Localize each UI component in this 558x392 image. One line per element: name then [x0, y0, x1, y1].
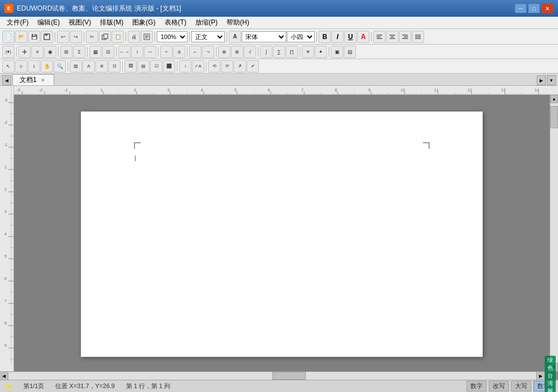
- svg-text:9: 9: [368, 88, 371, 92]
- redo-button[interactable]: ↪: [70, 31, 82, 43]
- tb2-btn23[interactable]: ✦: [315, 46, 327, 58]
- tb2-btn20[interactable]: ∑: [273, 46, 285, 58]
- tb3-btn9[interactable]: ⟳: [221, 60, 233, 72]
- menu-help[interactable]: 帮助(H): [222, 17, 254, 28]
- tb2-btn1[interactable]: (●): [2, 46, 15, 58]
- copy-button[interactable]: [99, 31, 111, 43]
- underline-button[interactable]: U: [344, 31, 357, 43]
- maximize-button[interactable]: □: [528, 3, 540, 13]
- font-family-select[interactable]: 宋体: [242, 31, 286, 42]
- tb2-btn11[interactable]: ↔: [144, 46, 156, 58]
- tb2-btn17[interactable]: ⊗: [231, 46, 243, 58]
- tab-nav-left[interactable]: ◀: [2, 75, 11, 85]
- mode-number[interactable]: 数字: [466, 381, 487, 391]
- align-left-button[interactable]: [373, 31, 386, 43]
- page-nav-right-button[interactable]: ▶: [536, 372, 545, 380]
- undo-button[interactable]: ↩: [57, 31, 69, 43]
- align-center-button[interactable]: [386, 31, 398, 43]
- tb2-btn7[interactable]: ▦: [89, 46, 102, 58]
- svg-text:-3: -3: [17, 88, 20, 92]
- text-cursor[interactable]: |: [134, 155, 136, 161]
- tb3-text[interactable]: I: [28, 60, 40, 72]
- tb3-findreplace[interactable]: ↕: [179, 60, 191, 72]
- scroll-thumb[interactable]: [550, 106, 558, 128]
- align-justify-button[interactable]: [412, 31, 424, 43]
- save-all-button[interactable]: [41, 31, 53, 43]
- style-select[interactable]: 正文: [191, 31, 225, 42]
- tb2-btn8[interactable]: ⊟: [102, 46, 114, 58]
- tb3-btn3[interactable]: ※: [95, 60, 108, 72]
- menu-table[interactable]: 表格(T): [160, 17, 191, 28]
- tb2-btn24[interactable]: ▣: [331, 46, 343, 58]
- document-tab[interactable]: 文档1 ✕: [12, 74, 54, 85]
- tb3-btn11[interactable]: ✔: [247, 60, 259, 72]
- tab-expand-button[interactable]: ▶: [537, 75, 546, 85]
- tb2-btn2[interactable]: [18, 46, 31, 58]
- mode-caps[interactable]: 大写: [511, 381, 531, 391]
- paste-button[interactable]: 📋: [112, 31, 124, 43]
- title-bar: E EDUWORD试卷、教案、论文编排系统 演示版 - [文档1] ─ □ ✕: [0, 0, 558, 17]
- menu-view[interactable]: 视图(V): [64, 17, 95, 28]
- menu-edit[interactable]: 编辑(E): [33, 17, 64, 28]
- font-size-select[interactable]: 小四: [287, 31, 315, 42]
- hscroll-thumb[interactable]: [272, 372, 306, 380]
- zoom-select[interactable]: 100% 75% 50% 150%: [157, 31, 187, 42]
- open-button[interactable]: 📂: [15, 31, 27, 43]
- tb3-cursor[interactable]: ↖: [2, 60, 15, 72]
- tb3-hand[interactable]: ✋: [41, 60, 53, 72]
- scroll-track[interactable]: [550, 103, 558, 363]
- menu-file[interactable]: 文件(F): [2, 17, 33, 28]
- tb3-zoom-in[interactable]: 🔍: [54, 60, 66, 72]
- tb2-btn4[interactable]: ◉: [44, 46, 56, 58]
- save-button[interactable]: 💾: [28, 31, 40, 43]
- tb3-spellcheck[interactable]: ✓A: [192, 60, 204, 72]
- cut-button[interactable]: ✂: [86, 31, 98, 43]
- tb2-btn13[interactable]: α: [173, 46, 185, 58]
- preview-button[interactable]: [141, 31, 153, 43]
- new-button[interactable]: 📄: [2, 31, 15, 43]
- ruler-top-area: -3 -2 -1 1 2 3 4 5: [14, 86, 558, 371]
- menu-layout[interactable]: 排版(M): [95, 17, 128, 28]
- tb3-btn7[interactable]: ⬛: [163, 60, 175, 72]
- font-icon-btn[interactable]: A: [229, 31, 241, 43]
- menu-zoom[interactable]: 放缩(P): [191, 17, 222, 28]
- tb2-btn6[interactable]: Σ: [73, 46, 85, 58]
- svg-text:2: 2: [134, 88, 136, 92]
- close-button[interactable]: ✕: [541, 3, 554, 13]
- tab-close-button[interactable]: ✕: [39, 76, 47, 84]
- tb2-btn16[interactable]: ⊕: [218, 46, 230, 58]
- color-button[interactable]: A: [357, 31, 369, 43]
- tb3-btn10[interactable]: ✗: [234, 60, 246, 72]
- tb2-btn19[interactable]: ∫: [260, 46, 272, 58]
- print-button[interactable]: 🖨: [128, 31, 140, 43]
- mode-overwrite[interactable]: 改写: [489, 381, 509, 391]
- align-right-button[interactable]: [399, 31, 411, 43]
- tb2-btn12[interactable]: ~: [160, 46, 172, 58]
- menu-image[interactable]: 图象(G): [128, 17, 160, 28]
- tb3-btn8[interactable]: ⟲: [208, 60, 220, 72]
- tb2-btn21[interactable]: ∏: [286, 46, 298, 58]
- tb2-btn14[interactable]: ⌐: [189, 46, 201, 58]
- italic-button[interactable]: I: [331, 31, 344, 43]
- tb2-btn10[interactable]: ↕: [131, 46, 143, 58]
- tb3-btn6[interactable]: ☑: [150, 60, 162, 72]
- tb2-btn18[interactable]: √: [244, 46, 256, 58]
- tb2-btn5[interactable]: ⊞: [60, 46, 73, 58]
- tb2-btn9[interactable]: ←→: [118, 46, 131, 58]
- tb3-btn5[interactable]: ▤: [137, 60, 150, 72]
- tab-menu-button[interactable]: ▼: [547, 75, 556, 85]
- tb2-btn25[interactable]: ▤: [344, 46, 356, 58]
- tb3-btn2[interactable]: A: [83, 60, 95, 72]
- tb2-btn3[interactable]: ≡: [31, 46, 44, 58]
- minimize-button[interactable]: ─: [514, 3, 527, 13]
- page-nav-left-button[interactable]: ◀: [0, 372, 8, 380]
- tb2-btn15[interactable]: ¬: [202, 46, 214, 58]
- tb3-select[interactable]: ⊹: [15, 60, 27, 72]
- hscroll-track[interactable]: [8, 372, 536, 380]
- tb3-btn4[interactable]: ⊡: [108, 60, 121, 72]
- tb2-btn22[interactable]: ☀: [302, 46, 314, 58]
- scroll-up-button[interactable]: ▲: [550, 95, 558, 103]
- tb3-insert-img[interactable]: 🖼: [124, 60, 137, 72]
- bold-button[interactable]: B: [319, 31, 331, 43]
- tb3-btn1[interactable]: ▧: [70, 60, 82, 72]
